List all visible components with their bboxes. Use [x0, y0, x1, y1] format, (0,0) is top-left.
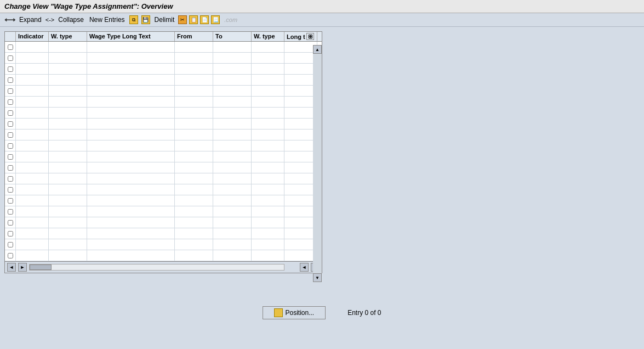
- table-row[interactable]: [5, 173, 313, 184]
- bottom-area: Position... Entry 0 of 0: [4, 306, 640, 319]
- table-row[interactable]: [5, 97, 313, 108]
- table-row[interactable]: [5, 151, 313, 162]
- row-checkbox[interactable]: [8, 165, 13, 171]
- table-row[interactable]: [5, 108, 313, 119]
- cell-longt: [284, 97, 317, 107]
- cell-longtext: [87, 162, 175, 173]
- row-checkbox[interactable]: [8, 77, 13, 83]
- row-checkbox[interactable]: [8, 231, 13, 237]
- horizontal-scrollbar-track[interactable]: [29, 264, 284, 271]
- copy-icon[interactable]: ⧉: [129, 15, 138, 24]
- table-row[interactable]: [5, 53, 313, 64]
- row-checkbox[interactable]: [8, 110, 13, 116]
- cell-longtext: [87, 217, 175, 228]
- table-row[interactable]: [5, 206, 313, 217]
- table-row[interactable]: [5, 250, 313, 261]
- table-row[interactable]: [5, 217, 313, 228]
- cell-wtype: [49, 130, 87, 140]
- cell-longtext: [87, 184, 175, 195]
- cell-wtype: [49, 217, 87, 228]
- row-checkbox[interactable]: [8, 220, 13, 226]
- table-row[interactable]: [5, 195, 313, 206]
- table-row[interactable]: [5, 42, 313, 53]
- horizontal-scrollbar-thumb[interactable]: [30, 264, 52, 270]
- row-checkbox[interactable]: [8, 66, 13, 72]
- expand-btn[interactable]: Expand: [18, 15, 43, 24]
- delimit-icon2[interactable]: 📋: [189, 15, 198, 24]
- cell-indicator: [16, 151, 49, 162]
- scroll-left-btn[interactable]: ◄: [7, 263, 16, 272]
- cell-to: [213, 130, 252, 140]
- cell-indicator: [16, 140, 49, 151]
- cell-wtype2: [252, 64, 284, 74]
- cell-to: [213, 173, 252, 184]
- table-row[interactable]: [5, 239, 313, 250]
- table-row[interactable]: [5, 162, 313, 173]
- new-entries-btn[interactable]: New Entries: [88, 15, 127, 24]
- table-row[interactable]: [5, 75, 313, 86]
- position-btn[interactable]: Position...: [263, 306, 326, 319]
- row-checkbox[interactable]: [8, 154, 13, 160]
- entry-status: Entry 0 of 0: [347, 309, 381, 317]
- table-row[interactable]: [5, 184, 313, 195]
- cell-wtype: [49, 108, 87, 118]
- table-row[interactable]: [5, 86, 313, 97]
- column-settings-icon[interactable]: ⊞: [306, 33, 314, 40]
- row-checkbox[interactable]: [8, 176, 13, 182]
- main-area: Indicator W. type Wage Type Long Text Fr…: [0, 27, 644, 324]
- row-checkbox[interactable]: [8, 198, 13, 204]
- right-scroll-left-btn[interactable]: ◄: [300, 263, 309, 272]
- cell-from: [175, 250, 213, 261]
- row-checkbox[interactable]: [8, 44, 13, 50]
- row-checkbox[interactable]: [8, 209, 13, 215]
- cell-to: [213, 119, 252, 129]
- table-row[interactable]: [5, 130, 313, 140]
- table-row[interactable]: [5, 228, 313, 239]
- save-icon[interactable]: 💾: [141, 15, 150, 24]
- cell-longtext: [87, 250, 175, 261]
- cell-longt: [284, 86, 317, 96]
- cell-to: [213, 162, 252, 173]
- cell-longtext: [87, 206, 175, 217]
- cell-to: [213, 64, 252, 74]
- row-checkbox[interactable]: [8, 99, 13, 105]
- col-header-indicator: Indicator: [16, 32, 49, 41]
- cell-to: [213, 217, 252, 228]
- collapse-btn[interactable]: Collapse: [56, 15, 86, 24]
- table-row[interactable]: [5, 64, 313, 75]
- cell-indicator: [16, 206, 49, 217]
- cell-to: [213, 228, 252, 239]
- row-checkbox[interactable]: [8, 55, 13, 61]
- scroll-right-btn[interactable]: ►: [18, 263, 27, 272]
- delimit-btn[interactable]: Delimit: [153, 15, 176, 24]
- cell-from: [175, 184, 213, 195]
- row-checkbox[interactable]: [8, 253, 13, 258]
- row-checkbox[interactable]: [8, 132, 13, 138]
- cell-longtext: [87, 53, 175, 63]
- cell-longtext: [87, 119, 175, 129]
- cell-wtype: [49, 151, 87, 162]
- delimit-icon1[interactable]: ✂: [178, 15, 187, 24]
- cell-from: [175, 173, 213, 184]
- scroll-up-btn[interactable]: ▲: [313, 45, 322, 54]
- row-checkbox[interactable]: [8, 88, 13, 94]
- delimit-icon4[interactable]: 📃: [211, 15, 220, 24]
- table-row[interactable]: [5, 119, 313, 130]
- cell-to: [213, 42, 252, 52]
- row-checkbox[interactable]: [8, 121, 13, 127]
- delimit-icon3[interactable]: 📄: [200, 15, 209, 24]
- cell-to: [213, 206, 252, 217]
- cell-wtype2: [252, 228, 284, 239]
- vertical-scrollbar: ▲ ▼: [313, 45, 322, 282]
- scroll-down-btn[interactable]: ▼: [313, 273, 322, 282]
- table-row[interactable]: [5, 140, 313, 151]
- cell-longt: [284, 250, 317, 261]
- cell-longt: [284, 217, 317, 228]
- cell-wtype: [49, 119, 87, 129]
- cell-from: [175, 130, 213, 140]
- row-checkbox[interactable]: [8, 187, 13, 193]
- col-header-longt: Long t ⊞: [284, 32, 317, 41]
- row-checkbox[interactable]: [8, 242, 13, 247]
- expand-icon: ⟷: [4, 15, 15, 24]
- row-checkbox[interactable]: [8, 143, 13, 149]
